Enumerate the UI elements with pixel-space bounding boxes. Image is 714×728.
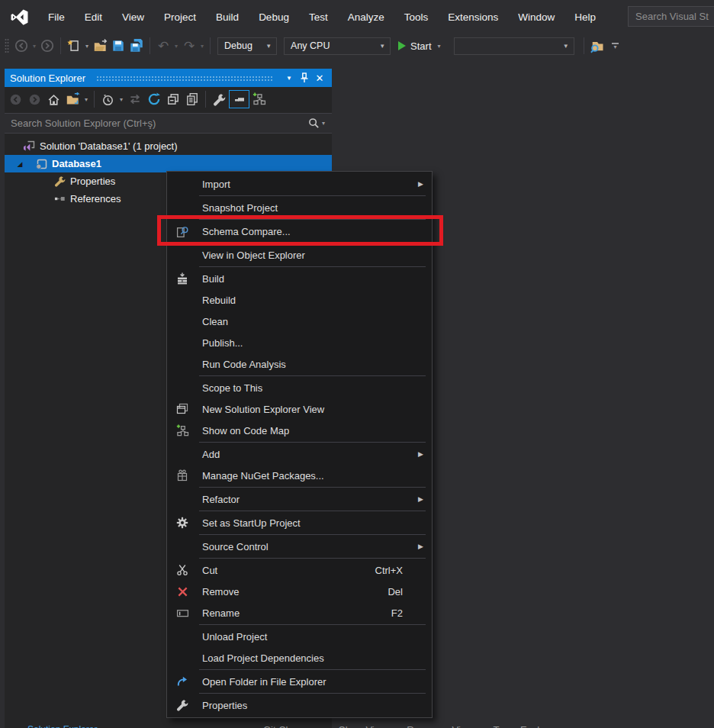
context-menu-item-build[interactable]: Build <box>167 268 432 289</box>
se-forward-icon[interactable] <box>25 90 44 108</box>
menu-view[interactable]: View <box>112 8 154 26</box>
toolbar-grip[interactable] <box>5 38 9 53</box>
solution-explorer-title-bar[interactable]: Solution Explorer ▼ ✕ <box>5 69 332 87</box>
undo-dropdown-icon[interactable]: ▾ <box>172 43 180 50</box>
context-menu-item-new-solution-explorer-view[interactable]: New Solution Explorer View <box>167 398 432 420</box>
tab-class-view[interactable]: Class View <box>338 724 387 728</box>
context-menu-item-show-on-code-map[interactable]: Show on Code Map <box>167 420 432 441</box>
navigate-back-icon[interactable] <box>12 37 31 55</box>
menu-tools[interactable]: Tools <box>394 8 439 26</box>
window-position-icon[interactable]: ▼ <box>281 70 297 85</box>
context-menu-item-open-folder-in-file-explorer[interactable]: Open Folder in File Explorer <box>167 671 432 692</box>
menu-debug[interactable]: Debug <box>249 8 299 26</box>
properties-tool-icon[interactable] <box>210 90 229 108</box>
new-project-dropdown-icon[interactable]: ▾ <box>83 43 91 50</box>
context-menu-item-remove[interactable]: Remove Del <box>167 581 432 602</box>
switch-views-dropdown-icon[interactable]: ▾ <box>82 96 90 103</box>
solution-explorer-search-input[interactable]: Search Solution Explorer (Ctrl+ş) ▾ <box>5 113 332 134</box>
refresh-icon[interactable] <box>144 90 163 108</box>
pin-icon[interactable] <box>297 70 312 85</box>
se-back-icon[interactable] <box>6 90 25 108</box>
empty-combobox[interactable]: ▼ <box>454 37 574 55</box>
tree-row-solution[interactable]: Solution 'Database1' (1 project) <box>5 137 332 155</box>
preview-selected-items-icon[interactable] <box>182 90 201 108</box>
context-menu-item-manage-nuget-packages[interactable]: Manage NuGet Packages... <box>167 465 432 486</box>
menu-window[interactable]: Window <box>508 8 564 26</box>
expander-icon[interactable]: ◢ <box>14 160 26 168</box>
context-menu-item-cut[interactable]: Cut Ctrl+X <box>167 559 432 581</box>
context-menu-item-run-code-analysis[interactable]: Run Code Analysis <box>167 353 432 375</box>
search-options-dropdown-icon[interactable]: ▾ <box>320 120 327 127</box>
search-icon[interactable] <box>308 118 320 129</box>
toolbar-options-icon[interactable]: ▾ <box>606 37 625 55</box>
tab-solution-explorer[interactable]: Solution Explorer <box>27 724 97 728</box>
undo-icon[interactable]: ↶ <box>154 37 172 55</box>
play-icon <box>398 41 406 50</box>
menu-project[interactable]: Project <box>154 8 206 26</box>
menu-extensions[interactable]: Extensions <box>438 8 508 26</box>
context-menu-item-publish[interactable]: Publish... <box>167 332 432 353</box>
shortcut-label: Del <box>388 586 426 598</box>
tab-team-explorer[interactable]: Team Explorer <box>494 724 558 728</box>
context-menu-item-scope-to-this[interactable]: Scope to This <box>167 377 432 398</box>
shortcut-label: F2 <box>391 607 426 619</box>
pending-changes-filter-icon[interactable] <box>98 90 117 108</box>
project-context-menu: Import▶ Snapshot Project Schema Compare.… <box>166 171 433 718</box>
navigate-forward-icon[interactable] <box>38 37 56 55</box>
show-on-code-map-tool-icon[interactable] <box>249 90 269 108</box>
global-search-input[interactable]: Search Visual St <box>628 6 714 27</box>
context-menu-item-properties[interactable]: Properties <box>167 694 432 716</box>
submenu-arrow-icon: ▶ <box>418 543 423 550</box>
menu-separator <box>199 219 426 220</box>
save-all-icon[interactable] <box>127 37 146 55</box>
context-menu-item-clean[interactable]: Clean <box>167 311 432 332</box>
collapse-all-icon[interactable] <box>163 90 182 108</box>
context-menu-item-import[interactable]: Import▶ <box>167 173 432 195</box>
platform-combobox[interactable]: Any CPU▼ <box>284 37 391 55</box>
tab-git-changes[interactable]: Git Changes <box>263 724 318 728</box>
context-menu-item-set-as-startup-project[interactable]: Set as StartUp Project <box>167 512 432 533</box>
toolbar-separator <box>205 91 206 108</box>
menu-separator <box>199 558 426 559</box>
menu-test[interactable]: Test <box>299 8 338 26</box>
navigate-back-dropdown-icon[interactable]: ▾ <box>31 43 38 50</box>
close-icon[interactable]: ✕ <box>312 70 327 85</box>
redo-dropdown-icon[interactable]: ▾ <box>198 43 206 50</box>
context-menu-item-view-in-object-explorer[interactable]: View in Object Explorer <box>167 244 432 266</box>
home-icon[interactable] <box>44 90 63 108</box>
show-all-files-icon[interactable] <box>229 90 249 108</box>
tab-resource-view[interactable]: Resource View <box>407 724 473 728</box>
context-menu-item-load-project-dependencies[interactable]: Load Project Dependencies <box>167 647 432 668</box>
context-menu-item-refactor[interactable]: Refactor▶ <box>167 488 432 510</box>
start-dropdown-icon[interactable]: ▾ <box>436 43 443 50</box>
context-menu-item-schema-compare[interactable]: Schema Compare... <box>167 221 432 242</box>
filter-dropdown-icon[interactable]: ▾ <box>117 96 125 103</box>
new-project-icon[interactable] <box>65 37 83 55</box>
open-file-icon[interactable] <box>91 37 109 55</box>
panel-title-label: Solution Explorer <box>10 72 85 84</box>
menu-help[interactable]: Help <box>564 8 606 26</box>
context-menu-item-rebuild[interactable]: Rebuild <box>167 289 432 311</box>
switch-views-icon[interactable] <box>63 90 82 108</box>
configuration-combobox[interactable]: Debug▼ <box>217 37 277 55</box>
redo-icon[interactable]: ↷ <box>180 37 198 55</box>
chevron-down-icon[interactable]: ▼ <box>261 43 276 50</box>
new-solution-explorer-view-icon <box>175 402 190 416</box>
menu-build[interactable]: Build <box>206 8 249 26</box>
menu-analyze[interactable]: Analyze <box>338 8 394 26</box>
context-menu-item-rename[interactable]: Rename F2 <box>167 602 432 623</box>
find-in-files-icon[interactable] <box>588 37 606 55</box>
sync-with-active-document-icon[interactable] <box>125 90 144 108</box>
chevron-down-icon[interactable]: ▼ <box>558 43 574 50</box>
context-menu-item-source-control[interactable]: Source Control▶ <box>167 536 432 557</box>
start-debugging-button[interactable]: Start ▾ <box>398 40 442 52</box>
menu-file[interactable]: File <box>38 8 75 26</box>
context-menu-item-add[interactable]: Add▶ <box>167 443 432 465</box>
tree-row-project-selected[interactable]: ◢ Database1 <box>5 155 332 172</box>
menu-edit[interactable]: Edit <box>75 8 112 26</box>
toolbar-separator <box>150 37 150 54</box>
context-menu-item-unload-project[interactable]: Unload Project <box>167 626 432 647</box>
context-menu-item-snapshot-project[interactable]: Snapshot Project <box>167 197 432 218</box>
save-icon[interactable] <box>109 37 127 55</box>
chevron-down-icon[interactable]: ▼ <box>375 43 390 50</box>
